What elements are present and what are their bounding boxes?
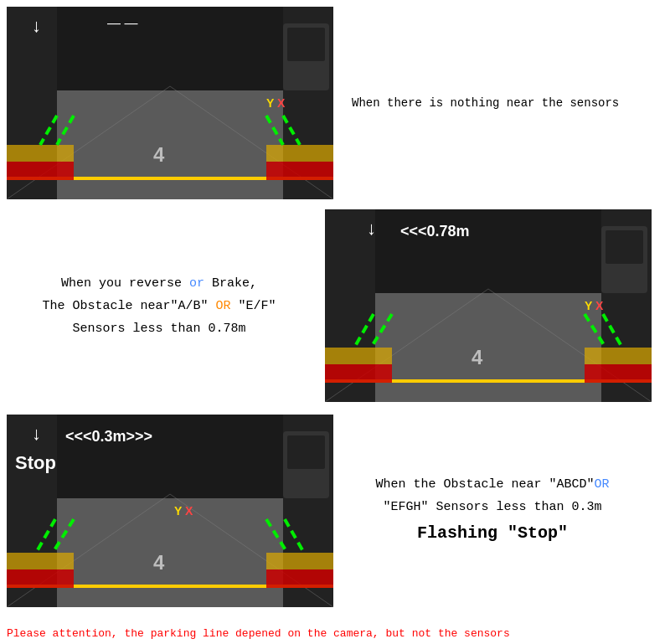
- svg-rect-9: [266, 162, 333, 180]
- svg-text:<<<0.78m: <<<0.78m: [400, 223, 470, 240]
- top-label-text: When there is nothing near the sensors: [352, 96, 619, 110]
- svg-rect-44: [606, 230, 643, 264]
- svg-text:↓: ↓: [32, 15, 41, 36]
- camera-view-top: ↓ — — Y X 4: [7, 7, 333, 199]
- svg-rect-54: [7, 569, 74, 588]
- svg-marker-33: [325, 348, 392, 364]
- camera-view-bottom: ↓ <<<0.3m>>> Stop Y X 4: [7, 415, 333, 607]
- bottom-line1: When the Obstacle near "ABCD"OR: [350, 473, 635, 496]
- middle-row: When you reverse or Brake, The Obstacle …: [0, 209, 670, 402]
- svg-text:4: 4: [472, 346, 483, 368]
- footer-note: Please attention, the parking line depen…: [7, 627, 663, 640]
- svg-marker-10: [7, 145, 74, 162]
- svg-text:4: 4: [153, 551, 165, 574]
- top-row: ↓ — — Y X 4 When there is nothing near t…: [0, 7, 670, 199]
- middle-line2: The Obstacle near"A/B" OR "E/F": [25, 295, 293, 317]
- svg-marker-56: [7, 553, 74, 569]
- svg-rect-55: [266, 569, 333, 588]
- svg-text:X: X: [595, 299, 604, 312]
- middle-line1: When you reverse or Brake,: [25, 272, 293, 295]
- svg-rect-21: [287, 28, 325, 61]
- svg-text:Y: Y: [585, 299, 593, 312]
- svg-marker-11: [266, 145, 333, 162]
- svg-rect-32: [585, 364, 652, 383]
- svg-rect-8: [7, 162, 74, 180]
- flashing-stop-label: Flashing "Stop": [350, 518, 635, 549]
- bottom-row: ↓ <<<0.3m>>> Stop Y X 4 When the Obstacl…: [0, 415, 670, 607]
- camera-view-middle: ↓ <<<0.78m Y X 4: [325, 209, 652, 402]
- svg-text:Y: Y: [174, 504, 183, 518]
- svg-text:↓: ↓: [32, 423, 41, 444]
- svg-text:<<<0.3m>>>: <<<0.3m>>>: [65, 428, 152, 445]
- bottom-right-text: When the Obstacle near "ABCD"OR "EFGH" S…: [333, 465, 652, 557]
- svg-text:4: 4: [153, 143, 165, 166]
- svg-rect-68: [287, 435, 325, 469]
- main-container: ↓ — — Y X 4 When there is nothing near t…: [0, 0, 670, 644]
- svg-text:↓: ↓: [367, 218, 376, 239]
- middle-left-text: When you reverse or Brake, The Obstacle …: [0, 255, 318, 357]
- top-description: When there is nothing near the sensors: [343, 96, 662, 110]
- bottom-line2: "EFGH" Sensors less than 0.3m: [350, 496, 635, 518]
- svg-marker-57: [266, 553, 333, 569]
- svg-text:X: X: [277, 96, 286, 110]
- svg-marker-34: [585, 348, 652, 364]
- svg-rect-31: [325, 364, 392, 383]
- middle-line3: Sensors less than 0.78m: [25, 317, 293, 340]
- svg-text:X: X: [185, 504, 193, 518]
- svg-text:Y: Y: [266, 96, 275, 110]
- svg-text:—   —: — —: [107, 16, 137, 30]
- svg-text:Stop: Stop: [15, 452, 56, 473]
